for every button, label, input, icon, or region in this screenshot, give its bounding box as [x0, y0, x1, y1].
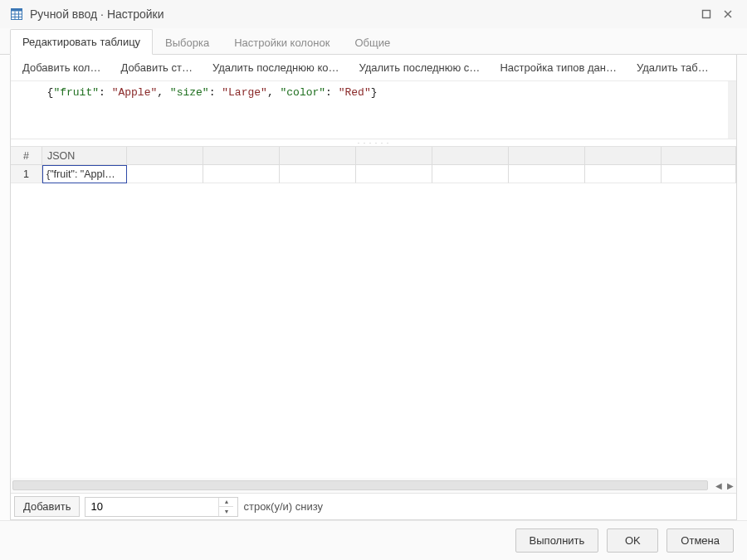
cell-empty[interactable] [356, 165, 432, 183]
delete-table-button[interactable]: Удалить таб… [628, 58, 717, 77]
edit-panel: Добавить кол… Добавить ст… Удалить после… [10, 55, 737, 520]
close-icon[interactable] [717, 3, 739, 25]
cell-json-selected[interactable]: {"fruit": "Appl… [42, 165, 127, 183]
col-header-json[interactable]: JSON [42, 147, 127, 165]
execute-button[interactable]: Выполнить [515, 528, 599, 553]
window-title: Ручной ввод · Настройки [30, 7, 696, 21]
scroll-track[interactable] [12, 480, 708, 490]
svg-rect-6 [703, 11, 710, 18]
tab-column-settings[interactable]: Настройки колонок [222, 30, 342, 55]
stepper-down-icon[interactable]: ▼ [219, 507, 233, 516]
add-row-button[interactable]: Добавить ст… [112, 58, 201, 77]
scroll-right-icon[interactable]: ▶ [725, 480, 736, 491]
row-count-input[interactable] [85, 498, 218, 516]
grid-horizontal-scrollbar[interactable]: ◀ ▶ [11, 478, 736, 493]
cell-empty[interactable] [662, 165, 736, 183]
col-header-empty[interactable] [280, 147, 356, 165]
grid-header: # JSON [11, 147, 736, 165]
grid-body: 1 {"fruit": "Appl… [11, 165, 736, 478]
col-header-empty[interactable] [127, 147, 203, 165]
col-header-empty[interactable] [585, 147, 662, 165]
dialog-footer: Выполнить OK Отмена [0, 520, 747, 560]
scroll-left-icon[interactable]: ◀ [713, 480, 725, 491]
maximize-icon[interactable] [696, 3, 717, 25]
cell-empty[interactable] [280, 165, 356, 183]
column-types-button[interactable]: Настройка типов дан… [491, 58, 625, 77]
add-rows-suffix: строк(у/и) снизу [243, 500, 323, 513]
tab-selection[interactable]: Выборка [153, 30, 222, 55]
editor-scrollbar[interactable] [728, 81, 736, 139]
row-count-stepper[interactable]: ▲ ▼ [85, 497, 238, 517]
cell-empty[interactable] [509, 165, 585, 183]
cancel-button[interactable]: Отмена [666, 528, 734, 553]
col-header-empty[interactable] [203, 147, 280, 165]
add-rows-button[interactable]: Добавить [14, 496, 80, 517]
col-header-empty[interactable] [356, 147, 432, 165]
cell-empty[interactable] [203, 165, 280, 183]
cell-empty[interactable] [585, 165, 662, 183]
table-row[interactable]: 1 {"fruit": "Appl… [11, 165, 736, 183]
delete-last-column-button[interactable]: Удалить последнюю ко… [204, 58, 347, 77]
col-header-empty[interactable] [662, 147, 736, 165]
table-toolbar: Добавить кол… Добавить ст… Удалить после… [11, 55, 736, 81]
dialog-root: Ручной ввод · Настройки Редактировать та… [0, 0, 747, 560]
data-grid: # JSON 1 {"fruit": "Appl… [11, 146, 736, 478]
col-header-empty[interactable] [509, 147, 585, 165]
tab-general[interactable]: Общие [342, 30, 403, 55]
editor-line: {"fruit": "Apple", "size": "Large", "col… [34, 86, 731, 99]
col-header-empty[interactable] [432, 147, 509, 165]
ok-button[interactable]: OK [607, 528, 658, 553]
cell-editor[interactable]: {"fruit": "Apple", "size": "Large", "col… [11, 81, 736, 139]
delete-last-row-button[interactable]: Удалить последнюю с… [350, 58, 488, 77]
splitter-handle[interactable]: · · · · · · [11, 139, 736, 146]
row-number: 1 [11, 165, 42, 183]
titlebar: Ручной ввод · Настройки [0, 0, 747, 28]
cell-empty[interactable] [432, 165, 509, 183]
cell-empty[interactable] [127, 165, 203, 183]
svg-rect-1 [12, 9, 22, 12]
tab-edit-table[interactable]: Редактировать таблицу [10, 29, 153, 55]
tabstrip: Редактировать таблицу Выборка Настройки … [0, 28, 747, 55]
add-rows-bar: Добавить ▲ ▼ строк(у/и) снизу [11, 493, 736, 519]
grid-icon [10, 7, 23, 21]
stepper-up-icon[interactable]: ▲ [219, 498, 233, 508]
col-header-rownum[interactable]: # [11, 147, 42, 165]
add-column-button[interactable]: Добавить кол… [14, 58, 109, 77]
